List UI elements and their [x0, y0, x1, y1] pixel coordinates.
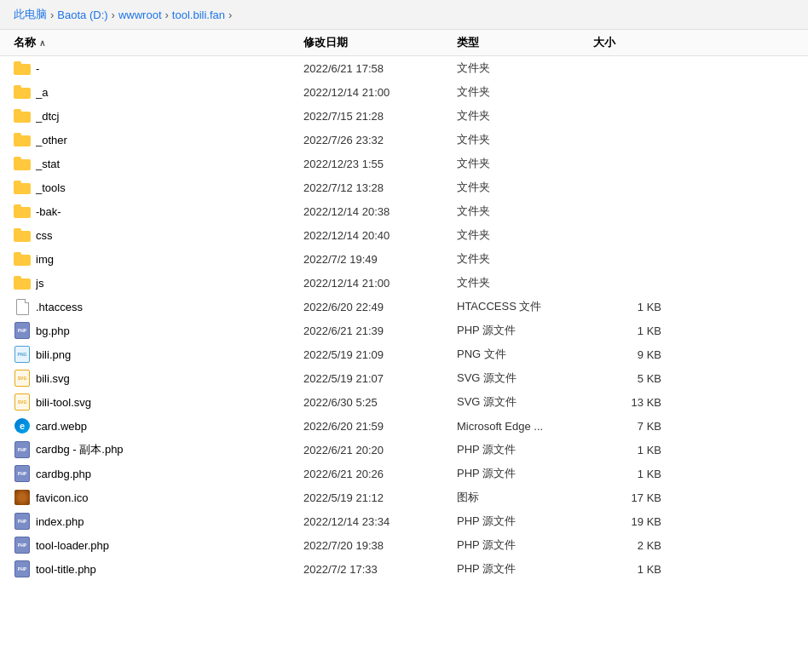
table-row[interactable]: favicon.ico2022/5/19 21:12图标17 KB [0, 485, 808, 509]
table-row[interactable]: PNGbili.png2022/5/19 21:09PNG 文件9 KB [0, 342, 808, 366]
file-date: 2022/7/26 23:32 [303, 134, 457, 146]
file-date: 2022/7/20 19:38 [303, 539, 457, 552]
folder-icon [14, 133, 31, 146]
file-date: 2022/6/21 21:39 [303, 325, 457, 337]
file-date: 2022/12/14 20:38 [303, 205, 457, 218]
file-type: HTACCESS 文件 [457, 299, 593, 314]
file-name: .htaccess [36, 301, 303, 313]
file-type: SVG 源文件 [457, 394, 593, 410]
table-row[interactable]: css2022/12/14 20:40文件夹 [0, 223, 808, 247]
table-row[interactable]: PHPtool-title.php2022/7/2 17:33PHP 源文件1 … [0, 557, 808, 581]
file-list[interactable]: -2022/6/21 17:58文件夹_a2022/12/14 21:00文件夹… [0, 56, 808, 668]
file-size: 1 KB [593, 301, 661, 313]
folder-icon [14, 157, 31, 170]
file-type: 文件夹 [457, 84, 593, 100]
table-row[interactable]: _stat2022/12/23 1:55文件夹 [0, 152, 808, 175]
file-name: card.webp [36, 420, 303, 433]
col-date-header[interactable]: 修改日期 [303, 35, 457, 50]
php-file-icon: PHP [14, 322, 30, 339]
col-size-header[interactable]: 大小 [593, 35, 661, 50]
table-row[interactable]: SVGbili-tool.svg2022/6/30 5:25SVG 源文件13 … [0, 390, 808, 414]
table-row[interactable]: _other2022/7/26 23:32文件夹 [0, 128, 808, 152]
table-row[interactable]: SVGbili.svg2022/5/19 21:07SVG 源文件5 KB [0, 366, 808, 390]
file-date: 2022/6/21 20:26 [303, 468, 457, 480]
file-name: _dtcj [36, 110, 303, 123]
file-type: 文件夹 [457, 60, 593, 76]
folder-icon [14, 181, 31, 194]
file-date: 2022/12/14 20:40 [303, 229, 457, 242]
file-date: 2022/5/19 21:09 [303, 348, 457, 361]
file-type: 文件夹 [457, 204, 593, 219]
table-row[interactable]: PHPtool-loader.php2022/7/20 19:38PHP 源文件… [0, 533, 808, 557]
col-name-label: 名称 [14, 35, 36, 50]
breadcrumb-item-1[interactable]: Baota (D:) [57, 9, 107, 21]
file-name: img [36, 253, 303, 266]
file-date: 2022/12/14 21:00 [303, 86, 457, 99]
file-type: Microsoft Edge ... [457, 420, 593, 433]
table-row[interactable]: PHPcardbg - 副本.php2022/6/21 20:20PHP 源文件… [0, 438, 808, 462]
file-date: 2022/12/14 21:00 [303, 277, 457, 290]
table-row[interactable]: img2022/7/2 19:49文件夹 [0, 247, 808, 271]
col-name-header[interactable]: 名称 ∧ [14, 35, 303, 50]
file-date: 2022/5/19 21:12 [303, 491, 457, 504]
folder-icon [14, 228, 31, 242]
breadcrumb-item-3[interactable]: tool.bili.fan [172, 9, 225, 21]
folder-icon [14, 276, 31, 290]
file-size: 19 KB [593, 515, 661, 528]
php-file-icon: PHP [14, 465, 30, 482]
file-size: 17 KB [593, 491, 661, 504]
generic-file-icon [16, 299, 29, 315]
file-name: -bak- [36, 205, 303, 218]
file-type: 文件夹 [457, 275, 593, 290]
file-type: PHP 源文件 [457, 466, 593, 481]
col-type-header[interactable]: 类型 [457, 35, 593, 50]
file-name: _tools [36, 181, 303, 194]
file-type: PHP 源文件 [457, 514, 593, 529]
file-size: 1 KB [593, 325, 661, 337]
file-type: 文件夹 [457, 251, 593, 267]
png-file-icon: PNG [14, 346, 30, 363]
file-date: 2022/6/21 17:58 [303, 62, 457, 75]
file-size: 7 KB [593, 420, 661, 433]
file-name: cardbg - 副本.php [36, 442, 303, 457]
breadcrumb-sep-2: › [165, 9, 169, 21]
table-row[interactable]: js2022/12/14 21:00文件夹 [0, 271, 808, 295]
file-name: _other [36, 134, 303, 146]
table-row[interactable]: PHPbg.php2022/6/21 21:39PHP 源文件1 KB [0, 319, 808, 342]
table-row[interactable]: _a2022/12/14 21:00文件夹 [0, 80, 808, 104]
table-row[interactable]: PHPindex.php2022/12/14 23:34PHP 源文件19 KB [0, 509, 808, 533]
file-size: 9 KB [593, 348, 661, 361]
table-row[interactable]: .htaccess2022/6/20 22:49HTACCESS 文件1 KB [0, 295, 808, 319]
breadcrumb-sep-3: › [228, 9, 232, 21]
file-date: 2022/6/30 5:25 [303, 396, 457, 409]
file-name: _a [36, 86, 303, 99]
file-type: PNG 文件 [457, 347, 593, 362]
file-name: css [36, 229, 303, 242]
sort-arrow-icon: ∧ [39, 38, 45, 48]
file-size: 5 KB [593, 372, 661, 385]
php-file-icon: PHP [14, 560, 30, 577]
file-date: 2022/7/2 19:49 [303, 253, 457, 266]
php-file-icon: PHP [14, 441, 30, 458]
favicon-file-icon [14, 490, 30, 505]
breadcrumb-item-0[interactable]: 此电脑 [14, 7, 47, 22]
file-name: bg.php [36, 325, 303, 337]
breadcrumb-item-2[interactable]: wwwroot [118, 9, 162, 21]
file-date: 2022/12/23 1:55 [303, 158, 457, 170]
file-date: 2022/5/19 21:07 [303, 372, 457, 385]
file-type: 文件夹 [457, 227, 593, 243]
file-size: 1 KB [593, 444, 661, 457]
edge-file-icon: e [14, 418, 30, 434]
table-row[interactable]: -2022/6/21 17:58文件夹 [0, 56, 808, 80]
file-name: tool-loader.php [36, 539, 303, 552]
svg-file-icon: SVG [14, 393, 30, 411]
table-row[interactable]: _dtcj2022/7/15 21:28文件夹 [0, 104, 808, 128]
file-type: SVG 源文件 [457, 370, 593, 386]
table-row[interactable]: ecard.webp2022/6/20 21:59Microsoft Edge … [0, 414, 808, 438]
file-size: 2 KB [593, 539, 661, 552]
folder-icon [14, 204, 31, 218]
file-date: 2022/7/2 17:33 [303, 563, 457, 576]
table-row[interactable]: _tools2022/7/12 13:28文件夹 [0, 175, 808, 199]
table-row[interactable]: -bak-2022/12/14 20:38文件夹 [0, 199, 808, 223]
table-row[interactable]: PHPcardbg.php2022/6/21 20:26PHP 源文件1 KB [0, 462, 808, 485]
